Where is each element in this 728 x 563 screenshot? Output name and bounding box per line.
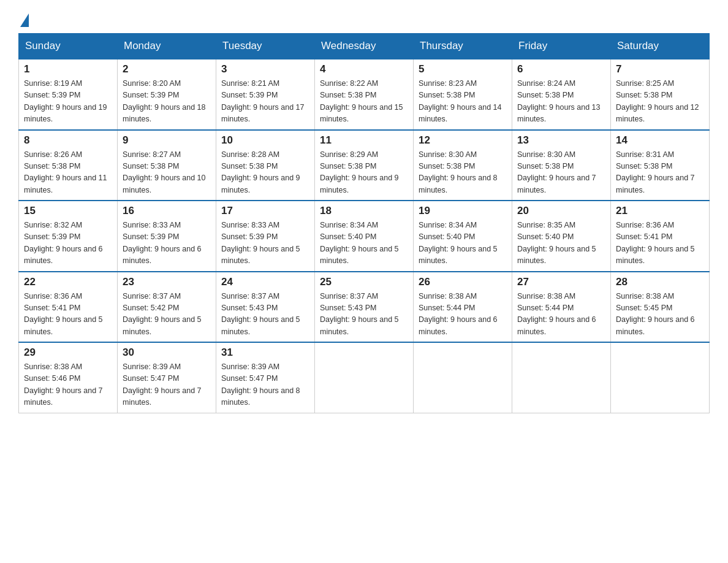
day-number: 9 (123, 134, 211, 147)
calendar-cell: 17Sunrise: 8:33 AMSunset: 5:39 PMDayligh… (216, 201, 315, 272)
header-row: SundayMondayTuesdayWednesdayThursdayFrid… (19, 34, 710, 59)
day-info: Sunrise: 8:34 AMSunset: 5:40 PMDaylight:… (320, 220, 408, 267)
calendar-cell: 21Sunrise: 8:36 AMSunset: 5:41 PMDayligh… (611, 201, 710, 272)
day-number: 24 (221, 276, 309, 288)
day-number: 17 (221, 205, 309, 217)
day-number: 22 (24, 276, 112, 288)
day-number: 27 (517, 276, 605, 288)
day-number: 4 (320, 63, 408, 75)
day-number: 5 (419, 63, 507, 75)
calendar-cell: 6Sunrise: 8:24 AMSunset: 5:38 PMDaylight… (512, 59, 611, 130)
calendar-cell: 4Sunrise: 8:22 AMSunset: 5:38 PMDaylight… (315, 59, 414, 130)
calendar-cell: 31Sunrise: 8:39 AMSunset: 5:47 PMDayligh… (216, 342, 315, 413)
week-row-4: 22Sunrise: 8:36 AMSunset: 5:41 PMDayligh… (19, 272, 710, 343)
calendar-table: SundayMondayTuesdayWednesdayThursdayFrid… (18, 33, 710, 413)
day-number: 30 (123, 347, 211, 359)
day-number: 7 (616, 63, 704, 75)
day-info: Sunrise: 8:33 AMSunset: 5:39 PMDaylight:… (221, 220, 309, 267)
day-number: 2 (123, 63, 211, 75)
calendar-cell: 23Sunrise: 8:37 AMSunset: 5:42 PMDayligh… (118, 272, 216, 343)
day-number: 21 (616, 205, 704, 217)
day-number: 1 (24, 63, 112, 75)
day-info: Sunrise: 8:37 AMSunset: 5:43 PMDaylight:… (320, 291, 408, 339)
day-info: Sunrise: 8:38 AMSunset: 5:45 PMDaylight:… (616, 291, 704, 339)
day-number: 19 (419, 205, 507, 217)
column-header-friday: Friday (512, 34, 611, 59)
day-number: 28 (616, 276, 704, 288)
calendar-cell: 12Sunrise: 8:30 AMSunset: 5:38 PMDayligh… (414, 130, 512, 201)
day-number: 14 (616, 134, 704, 147)
day-info: Sunrise: 8:24 AMSunset: 5:38 PMDaylight:… (517, 78, 605, 126)
day-info: Sunrise: 8:28 AMSunset: 5:38 PMDaylight:… (221, 149, 309, 197)
calendar-cell: 5Sunrise: 8:23 AMSunset: 5:38 PMDaylight… (414, 59, 512, 130)
column-header-thursday: Thursday (414, 34, 512, 59)
calendar-cell: 8Sunrise: 8:26 AMSunset: 5:38 PMDaylight… (19, 130, 118, 201)
week-row-1: 1Sunrise: 8:19 AMSunset: 5:39 PMDaylight… (19, 59, 710, 130)
day-info: Sunrise: 8:39 AMSunset: 5:47 PMDaylight:… (123, 361, 211, 409)
week-row-2: 8Sunrise: 8:26 AMSunset: 5:38 PMDaylight… (19, 130, 710, 201)
day-info: Sunrise: 8:20 AMSunset: 5:39 PMDaylight:… (123, 78, 211, 126)
calendar-cell: 22Sunrise: 8:36 AMSunset: 5:41 PMDayligh… (19, 272, 118, 343)
day-number: 3 (221, 63, 309, 75)
calendar-cell: 30Sunrise: 8:39 AMSunset: 5:47 PMDayligh… (118, 342, 216, 413)
day-info: Sunrise: 8:26 AMSunset: 5:38 PMDaylight:… (24, 149, 112, 197)
day-info: Sunrise: 8:31 AMSunset: 5:38 PMDaylight:… (616, 149, 704, 197)
calendar-cell: 28Sunrise: 8:38 AMSunset: 5:45 PMDayligh… (611, 272, 710, 343)
day-info: Sunrise: 8:38 AMSunset: 5:44 PMDaylight:… (517, 291, 605, 339)
calendar-cell: 26Sunrise: 8:38 AMSunset: 5:44 PMDayligh… (414, 272, 512, 343)
day-info: Sunrise: 8:38 AMSunset: 5:44 PMDaylight:… (419, 291, 507, 339)
week-row-5: 29Sunrise: 8:38 AMSunset: 5:46 PMDayligh… (19, 342, 710, 413)
column-header-tuesday: Tuesday (216, 34, 315, 59)
day-info: Sunrise: 8:30 AMSunset: 5:38 PMDaylight:… (517, 149, 605, 197)
calendar-cell: 1Sunrise: 8:19 AMSunset: 5:39 PMDaylight… (19, 59, 118, 130)
calendar-cell: 3Sunrise: 8:21 AMSunset: 5:39 PMDaylight… (216, 59, 315, 130)
day-number: 13 (517, 134, 605, 147)
day-info: Sunrise: 8:35 AMSunset: 5:40 PMDaylight:… (517, 220, 605, 267)
calendar-cell: 20Sunrise: 8:35 AMSunset: 5:40 PMDayligh… (512, 201, 611, 272)
day-number: 12 (419, 134, 507, 147)
day-info: Sunrise: 8:23 AMSunset: 5:38 PMDaylight:… (419, 78, 507, 126)
calendar-cell: 10Sunrise: 8:28 AMSunset: 5:38 PMDayligh… (216, 130, 315, 201)
calendar-cell: 16Sunrise: 8:33 AMSunset: 5:39 PMDayligh… (118, 201, 216, 272)
day-info: Sunrise: 8:29 AMSunset: 5:38 PMDaylight:… (320, 149, 408, 197)
logo-triangle-icon (20, 13, 29, 27)
day-info: Sunrise: 8:30 AMSunset: 5:38 PMDaylight:… (419, 149, 507, 197)
day-number: 29 (24, 347, 112, 359)
day-number: 26 (419, 276, 507, 288)
column-header-sunday: Sunday (19, 34, 118, 59)
calendar-cell: 14Sunrise: 8:31 AMSunset: 5:38 PMDayligh… (611, 130, 710, 201)
calendar-cell (611, 342, 710, 413)
calendar-cell: 24Sunrise: 8:37 AMSunset: 5:43 PMDayligh… (216, 272, 315, 343)
day-number: 20 (517, 205, 605, 217)
column-header-monday: Monday (118, 34, 216, 59)
calendar-cell: 11Sunrise: 8:29 AMSunset: 5:38 PMDayligh… (315, 130, 414, 201)
calendar-cell (414, 342, 512, 413)
column-header-saturday: Saturday (611, 34, 710, 59)
calendar-cell: 15Sunrise: 8:32 AMSunset: 5:39 PMDayligh… (19, 201, 118, 272)
day-info: Sunrise: 8:22 AMSunset: 5:38 PMDaylight:… (320, 78, 408, 126)
day-info: Sunrise: 8:37 AMSunset: 5:42 PMDaylight:… (123, 291, 211, 339)
day-info: Sunrise: 8:36 AMSunset: 5:41 PMDaylight:… (616, 220, 704, 267)
calendar-cell: 29Sunrise: 8:38 AMSunset: 5:46 PMDayligh… (19, 342, 118, 413)
calendar-cell (315, 342, 414, 413)
day-number: 8 (24, 134, 112, 147)
day-info: Sunrise: 8:34 AMSunset: 5:40 PMDaylight:… (419, 220, 507, 267)
day-info: Sunrise: 8:39 AMSunset: 5:47 PMDaylight:… (221, 361, 309, 409)
day-info: Sunrise: 8:36 AMSunset: 5:41 PMDaylight:… (24, 291, 112, 339)
calendar-cell: 18Sunrise: 8:34 AMSunset: 5:40 PMDayligh… (315, 201, 414, 272)
page-header (18, 12, 710, 27)
day-info: Sunrise: 8:38 AMSunset: 5:46 PMDaylight:… (24, 361, 112, 409)
calendar-cell (512, 342, 611, 413)
day-number: 18 (320, 205, 408, 217)
day-info: Sunrise: 8:37 AMSunset: 5:43 PMDaylight:… (221, 291, 309, 339)
logo (18, 12, 29, 27)
calendar-cell: 13Sunrise: 8:30 AMSunset: 5:38 PMDayligh… (512, 130, 611, 201)
day-info: Sunrise: 8:32 AMSunset: 5:39 PMDaylight:… (24, 220, 112, 267)
day-info: Sunrise: 8:25 AMSunset: 5:38 PMDaylight:… (616, 78, 704, 126)
calendar-cell: 19Sunrise: 8:34 AMSunset: 5:40 PMDayligh… (414, 201, 512, 272)
calendar-cell: 7Sunrise: 8:25 AMSunset: 5:38 PMDaylight… (611, 59, 710, 130)
calendar-cell: 25Sunrise: 8:37 AMSunset: 5:43 PMDayligh… (315, 272, 414, 343)
day-info: Sunrise: 8:21 AMSunset: 5:39 PMDaylight:… (221, 78, 309, 126)
day-number: 15 (24, 205, 112, 217)
day-number: 25 (320, 276, 408, 288)
